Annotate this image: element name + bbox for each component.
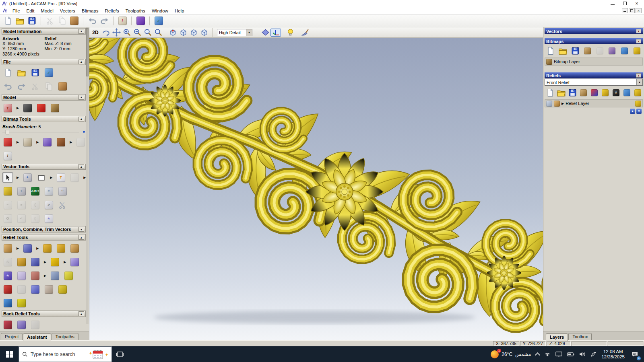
menu-help[interactable]: Help — [171, 8, 188, 13]
merge-relief-button[interactable] — [69, 243, 80, 253]
rotate-view-button[interactable] — [101, 27, 111, 38]
undo-button[interactable] — [2, 81, 13, 92]
minimize-button[interactable] — [610, 2, 615, 6]
weather-widget[interactable]: 1 26°C مشمس — [491, 350, 531, 358]
collapse-toggle[interactable]: ▲ — [78, 29, 84, 34]
assistant-tab-assistant[interactable]: Assistant — [23, 333, 51, 341]
wifi-icon[interactable] — [544, 352, 551, 357]
mdi-restore-button[interactable] — [629, 8, 635, 13]
save-bitmap-layer-button[interactable] — [570, 45, 580, 56]
relief-visibility-button[interactable] — [601, 87, 609, 98]
trim-vectors-button[interactable] — [57, 200, 68, 210]
task-view-button[interactable] — [112, 346, 128, 362]
offset-back-relief-button[interactable] — [16, 319, 27, 330]
create-rectangle-button[interactable] — [36, 172, 46, 183]
cut-button[interactable] — [45, 16, 55, 26]
save-file-button[interactable] — [27, 16, 37, 26]
paste-button[interactable] — [69, 16, 79, 26]
toggle-all-reliefs-visibility-button[interactable] — [634, 87, 642, 98]
collapse-toggle[interactable]: ▲ — [636, 73, 641, 78]
select-vectors-button[interactable] — [2, 172, 13, 183]
combine-relief-button[interactable] — [590, 87, 599, 98]
slider-thumb[interactable] — [6, 130, 9, 134]
view-along-x-button[interactable] — [178, 27, 188, 38]
relief-tools-header[interactable]: Relief Tools▲ — [2, 234, 86, 241]
fit-curve-button[interactable]: ~ — [2, 200, 13, 210]
draw-line-button[interactable]: / — [2, 151, 13, 161]
delete-relief-layer-button[interactable] — [623, 87, 631, 98]
layer-visibility-bulb-icon[interactable] — [635, 101, 641, 107]
menu-file[interactable]: File — [9, 8, 23, 13]
open-file-button[interactable] — [14, 16, 25, 26]
redo-button[interactable] — [99, 16, 109, 26]
2d-view-button[interactable]: 2D — [91, 29, 100, 37]
layers-tab-toolbox[interactable]: Toolbox — [568, 333, 592, 340]
adjust-model-button[interactable] — [22, 103, 33, 113]
menu-window[interactable]: Window — [149, 8, 171, 13]
new-file-button[interactable] — [2, 16, 13, 26]
create-text-block-button[interactable]: ABC — [30, 186, 40, 196]
colour-palette-button[interactable] — [56, 137, 66, 148]
brush-diameter-slider[interactable] — [2, 129, 85, 135]
mdi-minimize-button[interactable] — [622, 8, 628, 13]
block-copy-button[interactable]: + — [16, 186, 27, 196]
node-editing-button[interactable] — [69, 172, 80, 183]
zoom-out-button[interactable] — [132, 27, 142, 38]
menu-vectors[interactable]: Vectors — [57, 8, 78, 13]
two-rail-sweep-button[interactable] — [2, 284, 13, 294]
toggle-all-bitmaps-visibility-button[interactable] — [632, 45, 642, 56]
relief-library-button[interactable] — [30, 257, 40, 267]
draw-origin-button[interactable] — [270, 29, 281, 37]
weave-wizard-button[interactable] — [16, 257, 27, 267]
bitmap-colours-button[interactable] — [607, 45, 617, 56]
star-wizard-button[interactable]: ★ — [2, 270, 13, 281]
collapse-toggle[interactable]: ▲ — [78, 117, 84, 121]
paint-button[interactable] — [2, 137, 13, 148]
flyout-arrow-icon[interactable]: ▶ — [17, 140, 19, 144]
flyout-arrow-icon[interactable]: ▶ — [17, 247, 19, 250]
lighting-button[interactable] — [285, 27, 295, 38]
reset-relief-button[interactable] — [69, 257, 80, 267]
notification-center-button[interactable]: 4 — [630, 349, 640, 360]
relief-layer-name[interactable]: Relief Layer — [566, 101, 589, 106]
close-button[interactable]: × — [634, 2, 639, 6]
cut-button[interactable] — [30, 81, 40, 92]
release-notes-button[interactable]: / — [117, 16, 128, 26]
bitmaps-header[interactable]: Bitmaps▲ — [545, 38, 643, 44]
menu-bitmaps[interactable]: Bitmaps — [78, 8, 102, 13]
delete-bitmap-layer-button[interactable] — [620, 45, 630, 56]
taskbar-search-box[interactable]: Type here to search — [19, 346, 112, 362]
new-model-button[interactable] — [2, 68, 13, 78]
collapse-toggle[interactable]: ▲ — [78, 164, 84, 169]
move-layer-down-button[interactable]: ▼ — [636, 109, 642, 114]
flyout-arrow-icon[interactable]: ▶ — [50, 176, 52, 179]
detail-level-select[interactable]: High Detail ▼ — [217, 29, 252, 36]
model-properties-button[interactable]: ✓ — [43, 68, 54, 78]
mdi-close-button[interactable]: × — [636, 8, 642, 13]
dome-relief-button[interactable] — [30, 284, 40, 294]
tray-overflow-chevron-icon[interactable] — [535, 352, 541, 358]
view-along-y-button[interactable] — [188, 27, 199, 38]
reduce-colours-button[interactable] — [595, 45, 605, 56]
flyout-arrow-icon[interactable]: ▶ — [36, 140, 39, 144]
zoom-in-button[interactable] — [122, 27, 132, 38]
collapse-toggle[interactable]: ▲ — [78, 311, 84, 316]
extrude-relief-button[interactable] — [16, 298, 27, 308]
colour-shade-button[interactable] — [299, 27, 310, 38]
pen-icon[interactable] — [590, 352, 597, 357]
flyout-arrow-icon[interactable]: ▶ — [36, 247, 39, 250]
add-dome-button[interactable] — [56, 243, 66, 253]
load-bitmap-button[interactable] — [50, 103, 60, 113]
open-relief-layer-button[interactable] — [557, 87, 566, 98]
bitmap-tools-header[interactable]: Bitmap Tools▲ — [2, 116, 86, 122]
expand-arrow-icon[interactable]: ▶ — [561, 102, 564, 105]
relief-side-select[interactable]: Front Relief ▼ — [545, 79, 643, 86]
slice-relief-button[interactable] — [43, 284, 54, 294]
flyout-arrow-icon[interactable]: ▶ — [17, 176, 19, 179]
position-combine-trim-header[interactable]: Position, Combine, Trim Vectors▼ — [2, 226, 86, 232]
move-layer-up-button[interactable]: ▲ — [630, 109, 635, 114]
bitmap-layer-row[interactable]: Bitmap Layer — [545, 58, 643, 66]
clock-widget[interactable]: 12:08 AM 12/28/2025 — [601, 349, 625, 360]
transform-vectors-button[interactable]: + — [22, 172, 33, 183]
back-relief-pyramid-button[interactable] — [2, 319, 13, 330]
